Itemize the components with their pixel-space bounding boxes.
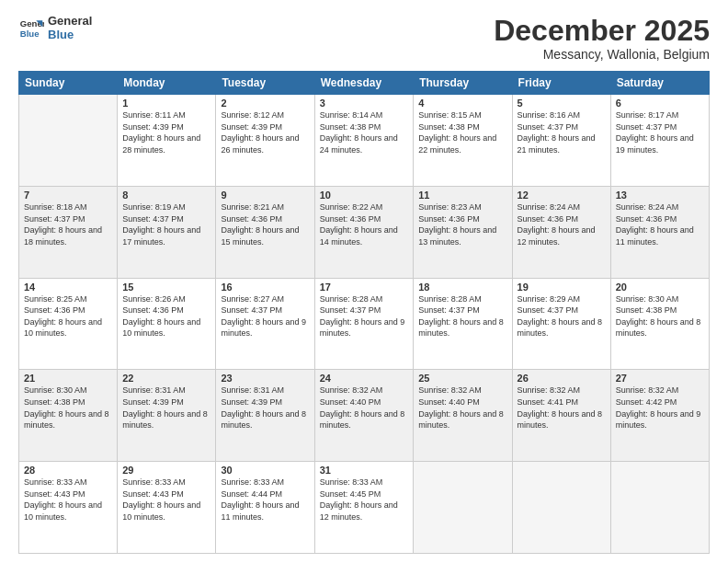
calendar-cell: 30 Sunrise: 8:33 AM Sunset: 4:44 PM Dayl… [216,462,314,554]
calendar-cell: 28 Sunrise: 8:33 AM Sunset: 4:43 PM Dayl… [19,462,118,554]
title-block: December 2025 Messancy, Wallonia, Belgiu… [494,15,710,62]
weekday-header: Wednesday [314,72,414,95]
day-number: 12 [518,190,606,201]
weekday-header: Tuesday [216,72,314,95]
cell-content: Sunrise: 8:33 AM Sunset: 4:43 PM Dayligh… [122,477,210,523]
calendar-cell [610,462,709,554]
cell-content: Sunrise: 8:29 AM Sunset: 4:37 PM Dayligh… [518,293,606,339]
calendar-cell: 29 Sunrise: 8:33 AM Sunset: 4:43 PM Dayl… [118,462,216,554]
calendar-cell [19,95,118,187]
svg-text:Blue: Blue [20,29,40,39]
cell-content: Sunrise: 8:24 AM Sunset: 4:36 PM Dayligh… [518,201,606,247]
cell-content: Sunrise: 8:32 AM Sunset: 4:40 PM Dayligh… [418,385,506,431]
cell-content: Sunrise: 8:31 AM Sunset: 4:39 PM Dayligh… [221,385,309,431]
calendar-cell: 12 Sunrise: 8:24 AM Sunset: 4:36 PM Dayl… [512,186,610,278]
calendar-cell: 24 Sunrise: 8:32 AM Sunset: 4:40 PM Dayl… [314,370,414,462]
month-year: December 2025 [494,15,710,47]
calendar-cell: 31 Sunrise: 8:33 AM Sunset: 4:45 PM Dayl… [314,462,414,554]
calendar-cell: 18 Sunrise: 8:28 AM Sunset: 4:37 PM Dayl… [414,278,512,370]
cell-content: Sunrise: 8:26 AM Sunset: 4:36 PM Dayligh… [122,293,210,339]
calendar-cell: 27 Sunrise: 8:32 AM Sunset: 4:42 PM Dayl… [610,370,709,462]
logo-blue: Blue [48,29,92,42]
cell-content: Sunrise: 8:33 AM Sunset: 4:43 PM Dayligh… [24,477,112,523]
day-number: 8 [122,190,210,201]
calendar-cell: 4 Sunrise: 8:15 AM Sunset: 4:38 PM Dayli… [414,95,512,187]
cell-content: Sunrise: 8:18 AM Sunset: 4:37 PM Dayligh… [24,201,112,247]
day-number: 20 [616,282,704,293]
location: Messancy, Wallonia, Belgium [494,47,710,62]
weekday-header: Sunday [19,72,118,95]
calendar-cell: 19 Sunrise: 8:29 AM Sunset: 4:37 PM Dayl… [512,278,610,370]
day-number: 6 [616,98,704,109]
calendar-cell: 9 Sunrise: 8:21 AM Sunset: 4:36 PM Dayli… [216,186,314,278]
day-number: 13 [616,190,704,201]
cell-content: Sunrise: 8:33 AM Sunset: 4:44 PM Dayligh… [221,477,309,523]
cell-content: Sunrise: 8:19 AM Sunset: 4:37 PM Dayligh… [122,201,210,247]
calendar-cell: 15 Sunrise: 8:26 AM Sunset: 4:36 PM Dayl… [118,278,216,370]
cell-content: Sunrise: 8:22 AM Sunset: 4:36 PM Dayligh… [320,201,409,247]
cell-content: Sunrise: 8:25 AM Sunset: 4:36 PM Dayligh… [24,293,112,339]
calendar-cell: 11 Sunrise: 8:23 AM Sunset: 4:36 PM Dayl… [414,186,512,278]
calendar-cell: 6 Sunrise: 8:17 AM Sunset: 4:37 PM Dayli… [610,95,709,187]
cell-content: Sunrise: 8:12 AM Sunset: 4:39 PM Dayligh… [221,109,309,155]
weekday-header: Saturday [610,72,709,95]
day-number: 26 [518,373,606,384]
day-number: 29 [122,465,210,476]
cell-content: Sunrise: 8:27 AM Sunset: 4:37 PM Dayligh… [221,293,309,339]
cell-content: Sunrise: 8:24 AM Sunset: 4:36 PM Dayligh… [616,201,704,247]
cell-content: Sunrise: 8:32 AM Sunset: 4:41 PM Dayligh… [518,385,606,431]
calendar-cell: 10 Sunrise: 8:22 AM Sunset: 4:36 PM Dayl… [314,186,414,278]
day-number: 3 [320,98,409,109]
day-number: 2 [221,98,309,109]
day-number: 16 [221,282,309,293]
calendar-cell: 7 Sunrise: 8:18 AM Sunset: 4:37 PM Dayli… [19,186,118,278]
calendar-table: SundayMondayTuesdayWednesdayThursdayFrid… [18,71,710,554]
calendar-cell: 17 Sunrise: 8:28 AM Sunset: 4:37 PM Dayl… [314,278,414,370]
day-number: 21 [24,373,112,384]
logo-icon: General Blue [18,16,44,41]
cell-content: Sunrise: 8:16 AM Sunset: 4:37 PM Dayligh… [518,109,606,155]
cell-content: Sunrise: 8:21 AM Sunset: 4:36 PM Dayligh… [221,201,309,247]
calendar-cell: 25 Sunrise: 8:32 AM Sunset: 4:40 PM Dayl… [414,370,512,462]
cell-content: Sunrise: 8:17 AM Sunset: 4:37 PM Dayligh… [616,109,704,155]
day-number: 18 [418,282,506,293]
cell-content: Sunrise: 8:32 AM Sunset: 4:40 PM Dayligh… [320,385,409,431]
day-number: 23 [221,373,309,384]
cell-content: Sunrise: 8:28 AM Sunset: 4:37 PM Dayligh… [418,293,506,339]
day-number: 28 [24,465,112,476]
calendar-cell: 1 Sunrise: 8:11 AM Sunset: 4:39 PM Dayli… [118,95,216,187]
day-number: 7 [24,190,112,201]
calendar-cell: 14 Sunrise: 8:25 AM Sunset: 4:36 PM Dayl… [19,278,118,370]
cell-content: Sunrise: 8:30 AM Sunset: 4:38 PM Dayligh… [24,385,112,431]
day-number: 27 [616,373,704,384]
day-number: 10 [320,190,409,201]
calendar-cell: 23 Sunrise: 8:31 AM Sunset: 4:39 PM Dayl… [216,370,314,462]
cell-content: Sunrise: 8:33 AM Sunset: 4:45 PM Dayligh… [320,477,409,523]
day-number: 1 [122,98,210,109]
day-number: 5 [518,98,606,109]
day-number: 31 [320,465,409,476]
calendar-cell [512,462,610,554]
calendar-cell: 5 Sunrise: 8:16 AM Sunset: 4:37 PM Dayli… [512,95,610,187]
calendar-cell: 16 Sunrise: 8:27 AM Sunset: 4:37 PM Dayl… [216,278,314,370]
weekday-header: Friday [512,72,610,95]
logo-general: General [48,15,92,29]
cell-content: Sunrise: 8:15 AM Sunset: 4:38 PM Dayligh… [418,109,506,155]
calendar-cell: 20 Sunrise: 8:30 AM Sunset: 4:38 PM Dayl… [610,278,709,370]
weekday-header: Thursday [414,72,512,95]
cell-content: Sunrise: 8:23 AM Sunset: 4:36 PM Dayligh… [418,201,506,247]
calendar-cell: 13 Sunrise: 8:24 AM Sunset: 4:36 PM Dayl… [610,186,709,278]
logo: General Blue General Blue [18,15,92,42]
day-number: 24 [320,373,409,384]
cell-content: Sunrise: 8:11 AM Sunset: 4:39 PM Dayligh… [122,109,210,155]
calendar-cell: 22 Sunrise: 8:31 AM Sunset: 4:39 PM Dayl… [118,370,216,462]
calendar-cell: 8 Sunrise: 8:19 AM Sunset: 4:37 PM Dayli… [118,186,216,278]
page: General Blue General Blue December 2025 … [0,0,728,563]
calendar-cell [414,462,512,554]
cell-content: Sunrise: 8:14 AM Sunset: 4:38 PM Dayligh… [320,109,409,155]
day-number: 15 [122,282,210,293]
cell-content: Sunrise: 8:31 AM Sunset: 4:39 PM Dayligh… [122,385,210,431]
day-number: 14 [24,282,112,293]
day-number: 17 [320,282,409,293]
cell-content: Sunrise: 8:30 AM Sunset: 4:38 PM Dayligh… [616,293,704,339]
